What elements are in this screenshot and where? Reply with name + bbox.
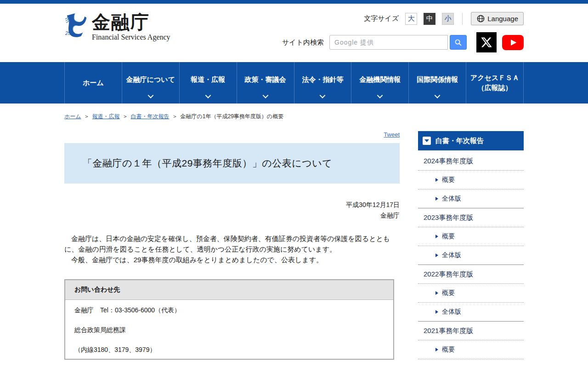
contact-line-tel: 金融庁 Tel：03-3506-6000（代表） xyxy=(74,307,384,313)
logo-subtitle: Financial Services Agency xyxy=(92,33,170,41)
nav-international[interactable]: 国際関係情報 xyxy=(408,62,466,104)
sidebar-item-year-2023[interactable]: 2023事務年度版 xyxy=(418,208,524,227)
site-search-label: サイト内検索 xyxy=(282,34,324,50)
breadcrumb-press[interactable]: 報道・広報 xyxy=(92,113,120,120)
sidebar: 白書・年次報告 2024事務年度版 概要 全体版 2023事務年度版 概要 全体… xyxy=(418,131,524,360)
page-title-box: 「金融庁の１年（平成29事務年度版）」の公表について xyxy=(64,143,400,184)
fsa-wave-logo-icon: 25th xyxy=(64,12,89,39)
tweet-link[interactable]: Tweet xyxy=(384,131,400,138)
x-twitter-link[interactable] xyxy=(476,32,497,52)
paragraph-2: 今般、金融庁では、29事務年度の取組みをとりまとめましたので、公表します。 xyxy=(64,254,400,265)
breadcrumb-whitepaper[interactable]: 白書・年次報告 xyxy=(131,113,170,120)
sidebar-item-2023-overview[interactable]: 概要 xyxy=(418,227,524,246)
search-icon xyxy=(454,39,462,46)
language-button[interactable]: Language xyxy=(471,12,524,25)
main-content: Tweet 「金融庁の１年（平成29事務年度版）」の公表について 平成30年12… xyxy=(64,121,400,360)
contact-line-extension: （内線3180、3179、3979） xyxy=(74,346,384,353)
top-accent-bar xyxy=(0,0,588,4)
main-navigation: ホーム 金融庁について 報道・広報 政策・審議会 法令・指針等 金融機関情報 国… xyxy=(0,62,588,104)
nav-about-fsa[interactable]: 金融庁について xyxy=(122,62,179,104)
chevron-down-icon xyxy=(320,92,326,98)
font-size-label: 文字サイズ xyxy=(364,14,399,23)
x-twitter-icon xyxy=(481,36,492,48)
contact-box: お問い合わせ先 金融庁 Tel：03-3506-6000（代表） 総合政策局総務… xyxy=(64,279,394,360)
font-size-large-button[interactable]: 大 xyxy=(405,13,417,25)
nav-access-fsa[interactable]: アクセスＦＳＡ （広報誌） xyxy=(466,62,524,104)
contact-box-title: お問い合わせ先 xyxy=(65,280,393,300)
nav-home[interactable]: ホーム xyxy=(64,62,122,104)
logo-25th-badge: 25th xyxy=(65,30,75,36)
triangle-right-icon xyxy=(435,178,438,182)
chevron-down-icon xyxy=(205,92,211,98)
triangle-right-icon xyxy=(435,310,438,314)
logo-title: 金融庁 xyxy=(92,12,170,32)
date-block: 平成30年12月17日 金融庁 xyxy=(64,200,400,221)
sidebar-item-2022-full[interactable]: 全体版 xyxy=(418,303,524,322)
triangle-right-icon xyxy=(435,197,438,201)
search-button[interactable] xyxy=(450,35,467,50)
sidebar-item-year-2021[interactable]: 2021事務年度版 xyxy=(418,322,524,340)
page-title: 「金融庁の１年（平成29事務年度版）」の公表について xyxy=(64,157,332,170)
breadcrumb-current: 金融庁の1年（平成29事務年度版）の概要 xyxy=(181,113,284,120)
header-divider xyxy=(462,13,463,25)
globe-icon xyxy=(476,14,485,23)
font-size-medium-button[interactable]: 中 xyxy=(424,13,435,25)
chevron-down-icon xyxy=(377,92,383,98)
collapse-toggle-icon[interactable] xyxy=(423,137,431,145)
font-size-small-button[interactable]: 小 xyxy=(442,13,454,25)
sidebar-item-year-2022[interactable]: 2022事務年度版 xyxy=(418,265,524,284)
breadcrumb: ホーム＞報道・広報＞白書・年次報告＞金融庁の1年（平成29事務年度版）の概要 xyxy=(64,113,524,121)
sidebar-item-2022-overview[interactable]: 概要 xyxy=(418,284,524,303)
sidebar-title: 白書・年次報告 xyxy=(435,137,484,145)
chevron-down-icon xyxy=(147,92,153,98)
sidebar-item-2024-overview[interactable]: 概要 xyxy=(418,171,524,190)
sidebar-item-2024-full[interactable]: 全体版 xyxy=(418,190,524,208)
youtube-icon xyxy=(502,35,524,50)
chevron-down-icon xyxy=(262,92,268,98)
triangle-right-icon xyxy=(435,348,438,351)
publication-date: 平成30年12月17日 xyxy=(64,200,400,210)
site-search-input[interactable] xyxy=(329,35,448,50)
triangle-right-icon xyxy=(435,235,438,238)
publication-org: 金融庁 xyxy=(64,210,400,221)
language-button-label: Language xyxy=(487,15,518,23)
site-header: 25th 金融庁 Financial Services Agency 文字サイズ… xyxy=(0,4,588,62)
nav-policy-councils[interactable]: 政策・審議会 xyxy=(237,62,294,104)
chevron-down-icon xyxy=(435,92,441,98)
sidebar-item-2023-full[interactable]: 全体版 xyxy=(418,246,524,265)
triangle-right-icon xyxy=(435,253,438,257)
body-text: 金融庁は、日本の金融の安定を確保し、預金者、保険契約者、有価証券の投資者等の保護… xyxy=(64,233,400,265)
youtube-link[interactable] xyxy=(502,35,524,50)
nav-financial-institutions[interactable]: 金融機関情報 xyxy=(351,62,408,104)
breadcrumb-home[interactable]: ホーム xyxy=(64,113,81,120)
fsa-logo[interactable]: 25th 金融庁 Financial Services Agency xyxy=(64,12,170,41)
sidebar-item-year-2024[interactable]: 2024事務年度版 xyxy=(418,152,524,171)
sidebar-item-2021-overview[interactable]: 概要 xyxy=(418,340,524,359)
sidebar-header-whitepaper[interactable]: 白書・年次報告 xyxy=(418,131,524,150)
paragraph-1: 金融庁は、日本の金融の安定を確保し、預金者、保険契約者、有価証券の投資者等の保護… xyxy=(64,233,400,254)
contact-line-division: 総合政策局総務課 xyxy=(74,327,384,333)
nav-press-publicity[interactable]: 報道・広報 xyxy=(179,62,237,104)
nav-laws-guidelines[interactable]: 法令・指針等 xyxy=(294,62,351,104)
triangle-right-icon xyxy=(435,291,438,295)
